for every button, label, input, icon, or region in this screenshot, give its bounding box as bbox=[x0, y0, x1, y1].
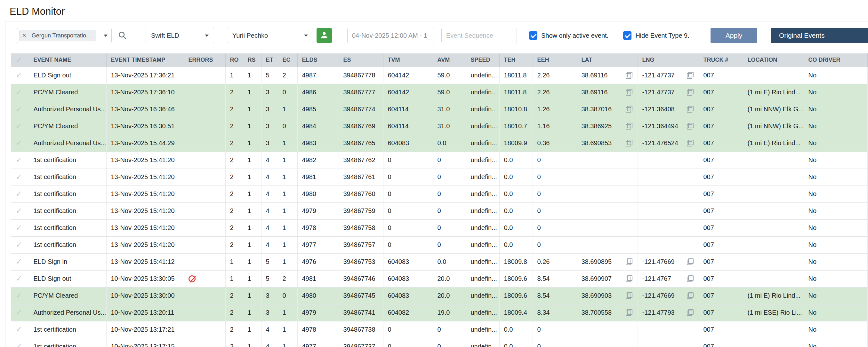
cell-event: 1st certification bbox=[29, 219, 106, 236]
copy-icon[interactable] bbox=[625, 140, 632, 147]
driver-info-button[interactable] bbox=[316, 28, 332, 43]
cell-lat: 38.700558 bbox=[577, 304, 638, 321]
row-select[interactable]: ✓ bbox=[11, 287, 29, 304]
row-select[interactable]: ✓ bbox=[11, 169, 29, 185]
column-header-lat[interactable]: LAT bbox=[577, 54, 638, 67]
company-select[interactable]: × Gergun Transportation INC (... bbox=[17, 28, 112, 43]
copy-icon[interactable] bbox=[625, 309, 632, 316]
chip-remove-icon[interactable]: × bbox=[22, 32, 29, 39]
row-select[interactable]: ✓ bbox=[11, 253, 29, 270]
row-select[interactable]: ✓ bbox=[11, 270, 29, 287]
row-select[interactable]: ✓ bbox=[11, 236, 29, 253]
cell-lat: 38.690895 bbox=[577, 253, 638, 270]
copy-icon[interactable] bbox=[625, 275, 632, 282]
cell-tvm: 604083 bbox=[383, 270, 433, 287]
apply-button[interactable]: Apply bbox=[711, 28, 757, 43]
row-select[interactable]: ✓ bbox=[11, 338, 29, 347]
column-header-truck[interactable]: TRUCK # bbox=[699, 54, 743, 67]
table-row[interactable]: ✓1st certification13-Nov-2025 15:41:2021… bbox=[11, 169, 868, 185]
event-sequence-input[interactable] bbox=[441, 28, 517, 43]
row-select[interactable]: ✓ bbox=[11, 118, 29, 135]
date-range-input[interactable] bbox=[347, 28, 434, 43]
column-header-rs[interactable]: RS bbox=[243, 54, 261, 67]
table-row[interactable]: ✓1st certification13-Nov-2025 15:41:2021… bbox=[11, 151, 868, 169]
column-header-elds[interactable]: ELDS bbox=[297, 54, 339, 67]
copy-icon[interactable] bbox=[625, 258, 632, 266]
column-header-eeh[interactable]: EEH bbox=[533, 54, 577, 67]
copy-icon[interactable] bbox=[686, 258, 693, 266]
cell-rs: 1 bbox=[243, 287, 261, 304]
search-button[interactable] bbox=[116, 29, 128, 42]
table-row[interactable]: ✓1st certification10-Nov-2025 13:17:1521… bbox=[11, 338, 868, 347]
row-select[interactable]: ✓ bbox=[11, 185, 29, 202]
error-icon[interactable] bbox=[188, 275, 195, 282]
cell-event: 1st certification bbox=[29, 338, 106, 347]
table-row[interactable]: ✓Authorized Personal Us...13-Nov-2025 16… bbox=[11, 101, 868, 118]
copy-icon[interactable] bbox=[686, 309, 693, 316]
table-row[interactable]: ✓1st certification13-Nov-2025 15:41:2021… bbox=[11, 236, 868, 253]
table-row[interactable]: ✓PC/YM Cleared10-Nov-2025 13:30:00213049… bbox=[11, 287, 868, 304]
copy-icon[interactable] bbox=[625, 123, 632, 130]
select-all-header[interactable]: ✓ bbox=[11, 54, 29, 67]
copy-icon[interactable] bbox=[686, 106, 693, 113]
column-header-avm[interactable]: AVM bbox=[433, 54, 466, 67]
column-header-es[interactable]: ES bbox=[339, 54, 383, 67]
column-header-ro[interactable]: RO bbox=[225, 54, 243, 67]
column-header-timestamp[interactable]: EVENT TIMESTAMP bbox=[106, 54, 184, 67]
cell-es: 394867746 bbox=[339, 270, 383, 287]
column-header-teh[interactable]: TEH bbox=[499, 54, 533, 67]
table-row[interactable]: ✓ELD Sign out10-Nov-2025 13:30:051152498… bbox=[11, 270, 868, 287]
original-events-button[interactable]: Original Events bbox=[771, 28, 868, 43]
cell-et: 5 bbox=[261, 67, 278, 84]
table-row[interactable]: ✓ELD Sign out13-Nov-2025 17:36:211152498… bbox=[11, 67, 868, 84]
copy-icon[interactable] bbox=[686, 123, 693, 130]
row-select[interactable]: ✓ bbox=[11, 202, 29, 219]
cell-timestamp: 13-Nov-2025 15:41:20 bbox=[106, 202, 184, 219]
row-select[interactable]: ✓ bbox=[11, 67, 29, 84]
table-row[interactable]: ✓1st certification13-Nov-2025 15:41:2021… bbox=[11, 185, 868, 202]
table-row[interactable]: ✓Authorized Personal Us...13-Nov-2025 15… bbox=[11, 135, 868, 151]
row-select[interactable]: ✓ bbox=[11, 135, 29, 151]
check-icon: ✓ bbox=[16, 71, 22, 79]
copy-icon[interactable] bbox=[625, 106, 632, 113]
column-header-lng[interactable]: LNG bbox=[638, 54, 699, 67]
copy-icon[interactable] bbox=[625, 72, 632, 79]
row-select[interactable]: ✓ bbox=[11, 84, 29, 101]
column-header-errors[interactable]: ERRORS bbox=[184, 54, 225, 67]
copy-icon[interactable] bbox=[686, 89, 693, 96]
table-row[interactable]: ✓1st certification13-Nov-2025 15:41:2021… bbox=[11, 202, 868, 219]
column-header-speed[interactable]: SPEED bbox=[466, 54, 499, 67]
table-row[interactable]: ✓PC/YM Cleared13-Nov-2025 17:36:10213049… bbox=[11, 84, 868, 101]
column-header-event[interactable]: EVENT NAME bbox=[29, 54, 106, 67]
eld-provider-select[interactable]: Swift ELD bbox=[146, 28, 214, 43]
row-select[interactable]: ✓ bbox=[11, 151, 29, 169]
copy-icon[interactable] bbox=[625, 89, 632, 96]
cell-ec: 1 bbox=[278, 202, 297, 219]
copy-icon[interactable] bbox=[686, 292, 693, 299]
cell-event: Authorized Personal Us... bbox=[29, 304, 106, 321]
copy-icon[interactable] bbox=[625, 292, 632, 299]
copy-icon[interactable] bbox=[686, 72, 693, 79]
column-header-et[interactable]: ET bbox=[261, 54, 278, 67]
row-select[interactable]: ✓ bbox=[11, 219, 29, 236]
driver-select[interactable]: Yurii Pechko bbox=[227, 28, 313, 43]
row-select[interactable]: ✓ bbox=[11, 101, 29, 118]
column-header-ec[interactable]: EC bbox=[278, 54, 297, 67]
table-row[interactable]: ✓1st certification10-Nov-2025 13:17:2121… bbox=[11, 321, 868, 338]
table-row[interactable]: ✓1st certification13-Nov-2025 15:41:2021… bbox=[11, 219, 868, 236]
column-header-codriver[interactable]: CO DRIVER bbox=[804, 54, 868, 67]
copy-icon[interactable] bbox=[686, 275, 693, 282]
table-row[interactable]: ✓Authorized Personal Us...10-Nov-2025 13… bbox=[11, 304, 868, 321]
row-select[interactable]: ✓ bbox=[11, 304, 29, 321]
cell-truck: 007 bbox=[699, 236, 743, 253]
copy-icon[interactable] bbox=[686, 140, 693, 147]
hide-type9-checkbox[interactable]: Hide Event Type 9. bbox=[623, 31, 689, 40]
cell-codriver: No bbox=[804, 185, 868, 202]
column-header-location[interactable]: LOCATION bbox=[743, 54, 804, 67]
table-row[interactable]: ✓ELD Sign in13-Nov-2025 15:41:1211514976… bbox=[11, 253, 868, 270]
table-row[interactable]: ✓PC/YM Cleared13-Nov-2025 16:30:51213049… bbox=[11, 118, 868, 135]
show-active-checkbox[interactable]: Show only active event. bbox=[529, 31, 609, 40]
row-select[interactable]: ✓ bbox=[11, 321, 29, 338]
column-header-tvm[interactable]: TVM bbox=[383, 54, 433, 67]
cell-es: 394867741 bbox=[339, 304, 383, 321]
